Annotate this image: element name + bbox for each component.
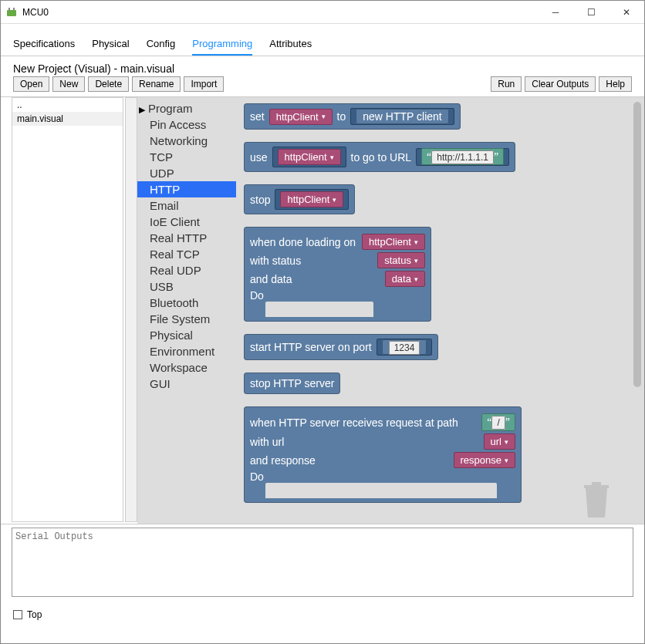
svg-rect-1 [8, 8, 10, 10]
svg-rect-0 [7, 10, 16, 16]
run-button[interactable]: Run [491, 76, 522, 92]
cat-workspace[interactable]: Workspace [137, 359, 236, 376]
slot-httpclient-stop[interactable]: httpClient [275, 189, 349, 210]
minimize-button[interactable]: ─ [538, 1, 573, 24]
use-label: use [250, 151, 268, 164]
tab-programming[interactable]: Programming [192, 38, 252, 56]
cat-environment[interactable]: Environment [137, 343, 236, 359]
maximize-button[interactable]: ☐ [573, 1, 609, 24]
file-list[interactable]: .. main.visual [12, 97, 123, 522]
new-button[interactable]: New [52, 76, 85, 92]
new-http-text: new HTTP client [356, 109, 448, 124]
port-input[interactable]: 1234 [389, 341, 420, 355]
cat-realtcp[interactable]: Real TCP [137, 246, 236, 262]
block-use-goto[interactable]: use httpClient to go to URL “http://1.1.… [244, 142, 515, 172]
help-button[interactable]: Help [599, 76, 632, 92]
and-data-label: and data [250, 273, 292, 285]
delete-button[interactable]: Delete [88, 76, 129, 92]
rename-button[interactable]: Rename [132, 76, 181, 92]
cat-pinaccess[interactable]: Pin Access [137, 116, 236, 133]
when-receives-label: when HTTP server receives request at pat… [250, 416, 458, 429]
url-input[interactable]: http://1.1.1.1 [431, 150, 494, 164]
stop-server-label: stop HTTP server [250, 377, 334, 389]
app-icon [5, 6, 18, 19]
bottom-bar: Top [1, 603, 644, 626]
start-server-label: start HTTP server on port [250, 341, 372, 353]
file-item-main[interactable]: main.visual [12, 112, 123, 126]
toolbar: Open New Delete Rename Import Run Clear … [1, 76, 644, 96]
var-response[interactable]: response [454, 452, 515, 468]
var-httpclient4[interactable]: httpClient [362, 234, 425, 250]
cat-realudp[interactable]: Real UDP [137, 262, 236, 278]
block-stop-server[interactable]: stop HTTP server [244, 373, 340, 394]
cat-ioeclient[interactable]: IoE Client [137, 214, 236, 230]
cat-realhttp[interactable]: Real HTTP [137, 230, 236, 246]
cat-email[interactable]: Email [137, 197, 236, 214]
do-label2: Do [250, 470, 264, 483]
do-mouth[interactable] [265, 302, 373, 317]
block-start-server[interactable]: start HTTP server on port 1234 [244, 334, 438, 360]
var-data[interactable]: data [385, 271, 425, 287]
main-tabs: Specifications Physical Config Programmi… [1, 24, 644, 56]
block-categories: Program Pin Access Networking TCP UDP HT… [137, 97, 236, 524]
cat-physical[interactable]: Physical [137, 327, 236, 343]
to-label: to [337, 110, 346, 123]
import-button[interactable]: Import [184, 76, 224, 92]
and-response-label: and response [250, 454, 316, 467]
cat-tcp[interactable]: TCP [137, 149, 236, 165]
var-httpclient3[interactable]: httpClient [280, 191, 343, 207]
path-input[interactable]: / [491, 416, 505, 430]
url-string[interactable]: “http://1.1.1.1” [421, 148, 504, 165]
do-label: Do [250, 289, 264, 302]
cat-networking[interactable]: Networking [137, 133, 236, 149]
goto-label: to go to URL [351, 151, 412, 164]
blocks-canvas[interactable]: set httpClient to new HTTP client use ht… [236, 97, 644, 524]
cat-usb[interactable]: USB [137, 278, 236, 295]
workspace: .. main.visual Program Pin Access Networ… [1, 96, 644, 524]
tab-attributes[interactable]: Attributes [269, 38, 312, 56]
slot-newhttp[interactable]: new HTTP client [350, 108, 454, 125]
filelist-scrollbar[interactable] [125, 97, 137, 522]
trash-icon[interactable] [579, 479, 613, 521]
var-httpclient2[interactable]: httpClient [278, 149, 341, 165]
cat-program[interactable]: Program [137, 100, 236, 116]
blocks-scrollbar[interactable] [633, 102, 641, 387]
set-label: set [250, 110, 265, 123]
slot-port[interactable]: 1234 [377, 339, 433, 356]
top-checkbox-label: Top [27, 609, 42, 620]
cat-filesystem[interactable]: File System [137, 311, 236, 327]
block-stop[interactable]: stop httpClient [244, 184, 355, 214]
block-when-receives[interactable]: when HTTP server receives request at pat… [244, 406, 522, 503]
open-button[interactable]: Open [13, 76, 49, 92]
cat-udp[interactable]: UDP [137, 165, 236, 181]
serial-output[interactable] [12, 528, 633, 597]
slot-httpclient[interactable]: httpClient [272, 147, 346, 167]
tab-specifications[interactable]: Specifications [13, 38, 75, 56]
close-button[interactable]: ✕ [609, 1, 644, 24]
slot-url[interactable]: “http://1.1.1.1” [416, 148, 509, 166]
do-mouth2[interactable] [265, 483, 497, 498]
clear-outputs-button[interactable]: Clear Outputs [525, 76, 596, 92]
top-checkbox[interactable] [13, 610, 22, 619]
var-status[interactable]: status [377, 252, 425, 268]
cat-gui[interactable]: GUI [137, 376, 236, 392]
path-string[interactable]: “/” [481, 413, 515, 431]
block-when-done[interactable]: when done loading onhttpClient with stat… [244, 227, 431, 322]
with-url-label: with url [250, 436, 284, 448]
cat-http[interactable]: HTTP [137, 181, 236, 197]
project-title: New Project (Visual) - main.visual [1, 56, 644, 76]
titlebar: MCU0 ─ ☐ ✕ [1, 1, 644, 24]
stop-label: stop [250, 194, 270, 206]
var-url[interactable]: url [484, 433, 515, 450]
tab-config[interactable]: Config [147, 38, 176, 56]
tab-physical[interactable]: Physical [92, 38, 129, 56]
port-value[interactable]: 1234 [382, 339, 427, 355]
window-title: MCU0 [22, 7, 49, 18]
when-done-label: when done loading on [250, 236, 356, 248]
cat-bluetooth[interactable]: Bluetooth [137, 295, 236, 311]
block-set-httpclient[interactable]: set httpClient to new HTTP client [244, 103, 461, 130]
svg-rect-2 [13, 8, 15, 10]
file-item-parent[interactable]: .. [12, 98, 123, 112]
var-httpclient[interactable]: httpClient [269, 109, 333, 125]
with-status-label: with status [250, 255, 301, 267]
